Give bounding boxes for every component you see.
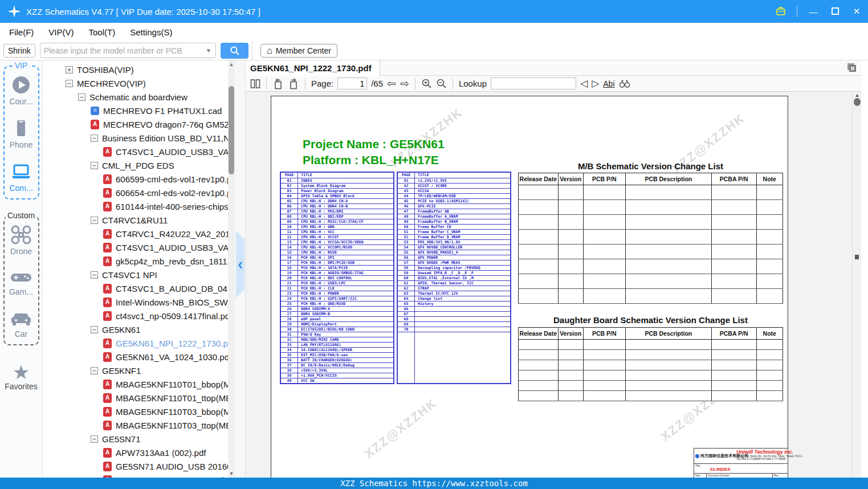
tree-folder[interactable]: −CT4SVC1 NPI — [43, 268, 235, 282]
tree-item[interactable]: MBAGE5KNF110T03_ttop(MBA,( — [43, 418, 235, 432]
collapse-icon[interactable]: − — [78, 93, 85, 101]
index-row: 44TP/LED/WEBCAM/USB — [398, 194, 510, 199]
collapse-icon[interactable]: − — [91, 367, 98, 374]
tree-folder[interactable]: +TOSHIBA(VIP) — [43, 63, 235, 76]
index-page-cell: 62 — [398, 286, 415, 291]
collapse-icon[interactable]: − — [66, 80, 73, 87]
scroll-up-icon[interactable]: ▲ — [228, 62, 235, 67]
binoculars-icon[interactable] — [619, 79, 630, 89]
index-row: 01INDEX — [281, 178, 393, 184]
tree-item[interactable]: 606599-cml-eds-vol1-rev1p0.pd — [43, 172, 235, 186]
tree-item[interactable]: APW7313Aa1 (002).pdf — [43, 446, 235, 459]
shrink-button[interactable]: Shrink — [3, 44, 35, 58]
tree-item[interactable]: MBAGE5KNF110T03_bbop(MBA — [43, 405, 235, 418]
tree-folder[interactable]: −Schematic and boardview — [43, 90, 235, 104]
briefcase-icon[interactable] — [775, 6, 787, 17]
viewer-scrollbar[interactable]: ▲ — [852, 92, 861, 478]
find-next-icon[interactable]: ▷ — [592, 79, 599, 88]
pdf-tab[interactable]: GE5KN61_NPI_1222_1730.pdf — [246, 60, 380, 76]
rotate-right-icon[interactable] — [288, 78, 299, 89]
tree-item[interactable]: GE5KN61_NPI_1222_1730.pdf — [43, 336, 235, 350]
tree-item[interactable]: MECHREVO dragon7-76q GM5ZGX — [43, 117, 235, 131]
rail-item-gam[interactable]: Gam... — [9, 270, 33, 296]
index-page-cell: 61 — [398, 281, 415, 286]
tree-item[interactable]: ct4svc1_np-0509.1417final.pdf — [43, 309, 235, 323]
rail-item-drone[interactable]: Drone — [9, 225, 33, 256]
index-row: 70 — [398, 327, 510, 332]
menu-file[interactable]: File(F) — [9, 27, 34, 37]
find-previous-icon[interactable]: ◁ — [580, 79, 588, 88]
tree-item-label: Schematic and boardview — [89, 92, 188, 102]
rail-item-cour[interactable]: Cour... — [9, 75, 32, 106]
tree-item[interactable]: 610144-intel-400-series-chipset — [43, 199, 235, 213]
pdf-canvas[interactable]: XZZ@XZZHK XZZ@XZZHK XZZ@XZZHK XZZ@XZZHK … — [246, 92, 861, 478]
minimize-button[interactable]: — — [808, 7, 819, 17]
search-button[interactable] — [221, 43, 248, 59]
menu-tool[interactable]: Tool(T) — [89, 27, 116, 37]
match-case-toggle[interactable]: Abi — [603, 79, 614, 88]
menu-vip[interactable]: VIP(V) — [48, 27, 74, 37]
collapse-icon[interactable]: − — [91, 135, 98, 142]
collapse-icon[interactable]: − — [91, 162, 98, 169]
tree-item[interactable]: MBAGE5KNF110T01_ttop(MBA,( — [43, 391, 235, 405]
tree-folder[interactable]: −CML_H_PDG EDS — [43, 158, 235, 172]
tree-item[interactable]: Intel-Windows-NB_BIOS_SW_SP — [43, 295, 235, 309]
collapse-icon[interactable]: − — [91, 435, 98, 443]
tree-item[interactable]: GE5SN71 AUDIO_USB 20160314 — [43, 459, 235, 473]
chevron-down-icon[interactable]: ▼ — [205, 47, 212, 54]
rail-item-com[interactable]: Com... — [9, 161, 32, 193]
model-search-combo[interactable]: ▼ — [40, 43, 216, 58]
two-page-view-icon[interactable] — [250, 79, 260, 89]
tree-folder[interactable]: −GE5SN71 — [43, 432, 235, 446]
member-center-button[interactable]: ⌂ Member Center — [260, 44, 337, 58]
close-button[interactable]: ✕ — [851, 6, 862, 17]
collapse-icon[interactable]: − — [91, 271, 98, 279]
index-page-cell: 25 — [281, 301, 298, 306]
tree-item[interactable]: 606654-cml-eds-vol2-rev1p0.pd — [43, 186, 235, 199]
tree-folder[interactable]: −GE5KN61 — [43, 323, 235, 336]
menu-settings[interactable]: Settings(S) — [130, 27, 172, 37]
index-page-cell: 19 — [281, 271, 298, 275]
tree-item[interactable]: MBAGE5KNF110T01_bbop(MBA — [43, 377, 235, 391]
lookup-input[interactable] — [491, 78, 576, 89]
tree-scrollbar[interactable]: ▲ ▼ — [228, 60, 235, 478]
tree-item[interactable]: CT4SVC1_AUDIO_USB3_VA_2017 — [43, 241, 235, 254]
zoom-out-icon[interactable] — [436, 78, 447, 89]
scroll-down-icon[interactable]: ▼ — [228, 471, 235, 476]
favorites-item[interactable]: ★ Favorites — [5, 362, 38, 391]
index-page-cell: 56 — [398, 255, 415, 260]
maximize-button[interactable] — [829, 7, 841, 17]
close-tab-icon[interactable] — [846, 63, 857, 73]
page-number-input[interactable] — [337, 78, 367, 89]
tree-scrollbar-thumb[interactable] — [229, 86, 234, 174]
tree-folder[interactable]: −MECHREVO(VIP) — [43, 76, 235, 90]
rotate-left-icon[interactable] — [272, 78, 284, 89]
rail-item-phone[interactable]: Phone — [9, 118, 32, 149]
tree-item[interactable]: GE5SN71 BMS Battery Pack spe — [43, 473, 235, 478]
collapse-icon[interactable]: − — [91, 326, 98, 333]
collapse-panel-handle[interactable]: ❮ — [236, 231, 244, 298]
change-table-header: PCB Description — [625, 173, 711, 185]
collapse-icon[interactable]: − — [91, 217, 98, 224]
tree-item[interactable]: CT4RVC1_R42U22_VA2_2017122 — [43, 227, 235, 241]
project-heading: Project Name : GE5KN61 Platform : KBL_H+… — [303, 136, 445, 168]
tree-item[interactable]: gk5cp4z_mb_revb_dsn_181126.p — [43, 254, 235, 268]
tree-folder[interactable]: −CT4RVC1&RU11 — [43, 213, 235, 227]
tree-item[interactable]: MECHREVO F1 PH4TUX1.cad — [43, 104, 235, 117]
expand-icon[interactable]: + — [66, 66, 73, 74]
viewer-scrollbar-thumb[interactable] — [854, 98, 861, 106]
change-table-row — [519, 259, 783, 274]
rail-item-car[interactable]: Car — [9, 309, 33, 339]
model-search-input[interactable] — [44, 46, 205, 55]
tree-folder[interactable]: −Business Edition USB_BD_V11,NEW — [43, 131, 235, 145]
tree-folder[interactable]: −GE5KNF1 — [43, 364, 235, 377]
tree-item[interactable]: CT4SVC1_AUDIO_USB3_VA_2017 — [43, 145, 235, 158]
tree-item[interactable]: CT4SVC1_B_AUDIO_DB_0419-TV — [43, 282, 235, 295]
next-page-icon[interactable]: ⇨ — [400, 78, 409, 89]
pdf-file-icon — [103, 421, 112, 430]
viewer-scroll-up-icon[interactable]: ▲ — [853, 92, 861, 98]
tree-item[interactable]: GE5KN61_VA_1024_1030.pdf — [43, 350, 235, 364]
tree-item-label: gk5cp4z_mb_revb_dsn_181126.p — [116, 256, 235, 266]
previous-page-icon[interactable]: ⇦ — [387, 78, 396, 89]
zoom-in-icon[interactable] — [421, 78, 432, 89]
